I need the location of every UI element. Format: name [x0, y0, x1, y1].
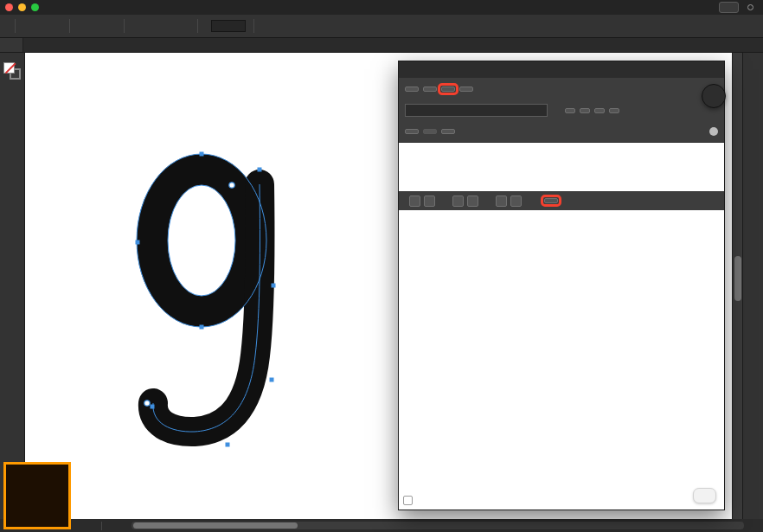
- workspace-switcher[interactable]: [719, 2, 739, 13]
- anchor-point[interactable]: [270, 378, 274, 382]
- fill-stroke-indicator[interactable]: [2, 61, 22, 82]
- line-space-plus-button[interactable]: [467, 195, 478, 207]
- anchor-remove-icon[interactable]: [138, 19, 151, 33]
- stock-search[interactable]: [747, 4, 758, 10]
- convert-corner-icon[interactable]: [29, 19, 42, 33]
- spacing-controls: [399, 191, 724, 210]
- menu-bar: [0, 0, 763, 15]
- install-button[interactable]: [405, 129, 419, 134]
- divider: [124, 19, 125, 33]
- scale-minus-button[interactable]: [496, 195, 507, 207]
- anchor-add-icon[interactable]: [157, 19, 170, 33]
- fontself-toolbar-glyph: [399, 99, 724, 121]
- line-space-minus-button[interactable]: [452, 195, 464, 207]
- scroll-top-button[interactable]: [693, 488, 716, 503]
- control-bar: [0, 15, 763, 38]
- right-panel-dock: [742, 53, 763, 519]
- tab-bar: [0, 38, 763, 53]
- help-link[interactable]: [706, 127, 718, 136]
- horizontal-scrollbar[interactable]: [131, 522, 744, 529]
- close-window-button[interactable]: [5, 3, 13, 11]
- direction-handle[interactable]: [229, 183, 234, 188]
- fontself-titlebar[interactable]: [399, 61, 724, 78]
- catapult-button[interactable]: [441, 129, 455, 134]
- play-icon[interactable]: [403, 496, 413, 505]
- digits-button[interactable]: [594, 108, 605, 113]
- help-icon: [709, 127, 718, 136]
- vertical-scrollbar[interactable]: [732, 53, 742, 519]
- live-preview-area[interactable]: [399, 142, 724, 191]
- divider: [197, 19, 198, 33]
- anchor-point[interactable]: [200, 152, 204, 157]
- fontself-toolbar-export: [399, 121, 724, 142]
- scrollbar-corner: [753, 519, 763, 532]
- control-panel-menu-icon[interactable]: [742, 19, 756, 33]
- az-lower-button[interactable]: [580, 108, 590, 113]
- scale-plus-button[interactable]: [510, 195, 522, 207]
- browse-button[interactable]: [423, 129, 437, 134]
- anchor-point[interactable]: [136, 240, 140, 245]
- horizontal-scrollbar-thumb[interactable]: [133, 522, 298, 529]
- handles-show-icon[interactable]: [83, 19, 97, 33]
- glyph-grid: [399, 210, 724, 510]
- convert-smooth-icon[interactable]: [48, 19, 61, 33]
- fontself-panel: [398, 61, 725, 510]
- font-infos-button[interactable]: [459, 87, 473, 92]
- options-icon[interactable]: [292, 19, 305, 33]
- status-bar: [0, 519, 763, 532]
- search-icon: [747, 4, 753, 10]
- illustrator-logo: [3, 462, 71, 529]
- anchor-point[interactable]: [258, 168, 262, 172]
- handles-hide-icon[interactable]: [102, 19, 116, 33]
- divider: [15, 19, 16, 33]
- direction-handle[interactable]: [144, 401, 150, 406]
- open-button[interactable]: [423, 87, 437, 92]
- letter-space-minus-button[interactable]: [409, 195, 420, 207]
- fill-swatch[interactable]: [3, 62, 15, 74]
- save-button[interactable]: [441, 87, 455, 92]
- vertical-scrollbar-thumb[interactable]: [734, 256, 741, 301]
- new-button[interactable]: [405, 87, 419, 92]
- advanced-button[interactable]: [544, 198, 558, 203]
- anchor-corner-icon[interactable]: [176, 19, 189, 33]
- angles-input[interactable]: [211, 20, 246, 32]
- window-controls: [5, 3, 39, 11]
- anchor-point[interactable]: [226, 443, 230, 447]
- minimize-window-button[interactable]: [18, 3, 26, 11]
- letter-space-plus-button[interactable]: [424, 195, 435, 207]
- anchor-point[interactable]: [200, 325, 204, 330]
- divider: [69, 19, 70, 33]
- az-upper-button[interactable]: [565, 108, 575, 113]
- anchor-point[interactable]: [151, 405, 155, 409]
- anchor-point[interactable]: [272, 284, 276, 288]
- fontself-toolbar-file: [399, 78, 724, 99]
- divider: [253, 19, 254, 33]
- divider: [101, 522, 102, 530]
- transform-grid-icon[interactable]: [272, 19, 286, 33]
- zoom-window-button[interactable]: [31, 3, 39, 11]
- tool-strip: [0, 53, 25, 519]
- collapse-panel-button[interactable]: [702, 84, 726, 108]
- character-input[interactable]: [405, 104, 548, 117]
- batch-button[interactable]: [609, 108, 619, 113]
- document-tab[interactable]: [0, 38, 23, 52]
